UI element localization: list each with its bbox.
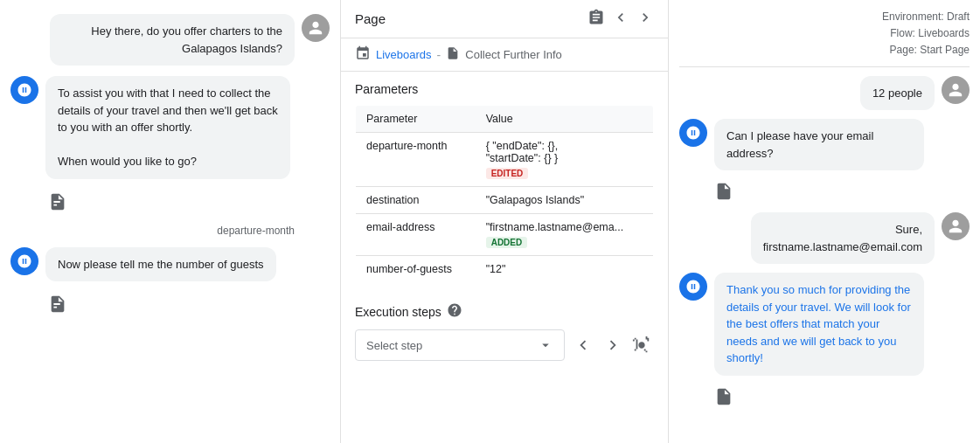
breadcrumb-page-name: Collect Further Info <box>465 48 562 61</box>
flow-icon <box>355 45 371 64</box>
user-bubble-1: Hey there, do you offer charters to the … <box>50 14 295 66</box>
r-file-icon-1 <box>714 179 739 204</box>
step-prev-button[interactable] <box>570 332 596 358</box>
param-name-destination: destination <box>356 187 476 214</box>
badge-added: ADDED <box>486 237 528 248</box>
r-file-icon-2 <box>714 384 739 409</box>
execution-section: Execution steps Select step <box>341 294 668 370</box>
file-attachment-icon-1 <box>45 190 70 214</box>
env-line1: Environment: Draft <box>679 9 970 25</box>
table-row: email-address "firstname.lastname@ema...… <box>356 214 654 256</box>
focus-target-icon[interactable] <box>629 333 654 357</box>
step-nav <box>570 332 654 358</box>
file-attachment-icon-2 <box>45 292 70 316</box>
env-line3: Page: Start Page <box>679 42 970 59</box>
col-header-value: Value <box>476 106 654 133</box>
chat-row-user-1: Hey there, do you offer charters to the … <box>10 14 330 66</box>
middle-panel: Page Liveboards - Collect Further Info P… <box>341 0 669 443</box>
chevron-right-nav-icon[interactable] <box>636 9 654 29</box>
param-value-departure: { "endDate": {},"startDate": {} } EDITED <box>476 133 654 187</box>
breadcrumb: Liveboards - Collect Further Info <box>341 38 668 72</box>
badge-edited: EDITED <box>486 168 529 179</box>
param-name-email: email-address <box>356 214 476 256</box>
page-header: Page <box>341 0 668 38</box>
chevron-left-nav-icon[interactable] <box>612 9 629 29</box>
env-info: Environment: Draft Flow: Liveboards Page… <box>679 9 970 67</box>
bot-avatar-2 <box>10 247 38 275</box>
r-user-bubble-1: 12 people <box>860 76 935 111</box>
params-table: Parameter Value departure-month { "endDa… <box>355 105 654 283</box>
r-chat-row-bot-2: Thank you so much for providing the deta… <box>679 273 970 376</box>
bot-bubble-2: Now please tell me the number of guests <box>45 247 276 282</box>
bot-avatar-1 <box>10 76 38 104</box>
params-title: Parameters <box>355 82 654 96</box>
r-user-avatar-2 <box>942 212 970 240</box>
param-value-guests: "12" <box>476 256 654 283</box>
r-chat-row-user-2: Sure, firstname.lastname@email.com <box>679 212 970 264</box>
r-user-bubble-2: Sure, firstname.lastname@email.com <box>751 212 935 264</box>
header-icons <box>587 9 654 29</box>
table-row: destination "Galapagos Islands" <box>356 187 654 214</box>
date-label: departure-month <box>10 225 330 237</box>
file-icon-row-2 <box>10 292 330 316</box>
step-next-button[interactable] <box>600 332 626 358</box>
param-value-email: "firstname.lastname@ema... ADDED <box>476 214 654 256</box>
table-row: number-of-guests "12" <box>356 256 654 283</box>
chat-row-bot-1: To assist you with that I need to collec… <box>10 76 330 179</box>
file-icon-row-1 <box>10 190 330 214</box>
r-bot-bubble-2: Thank you so much for providing the deta… <box>714 273 924 376</box>
r-bot-bubble-1: Can I please have your email address? <box>714 119 924 170</box>
param-name-departure: departure-month <box>356 133 476 187</box>
breadcrumb-separator: - <box>437 48 441 62</box>
clipboard-icon[interactable] <box>587 9 605 29</box>
step-select-dropdown[interactable]: Select step <box>355 329 565 361</box>
page-title: Page <box>355 11 386 26</box>
right-chat-panel: Environment: Draft Flow: Liveboards Page… <box>669 0 980 443</box>
r-user-avatar-1 <box>942 76 970 104</box>
breadcrumb-file-icon <box>446 46 460 63</box>
param-value-destination: "Galapagos Islands" <box>476 187 654 214</box>
help-icon[interactable] <box>447 302 462 321</box>
execution-label: Execution steps <box>355 305 441 319</box>
breadcrumb-flow-name[interactable]: Liveboards <box>376 48 432 61</box>
user-avatar-1 <box>302 14 330 42</box>
execution-title: Execution steps <box>355 302 654 321</box>
r-bot-avatar-2 <box>679 273 707 301</box>
env-line2: Flow: Liveboards <box>679 25 970 42</box>
step-placeholder: Select step <box>366 339 422 352</box>
bot-bubble-1: To assist you with that I need to collec… <box>45 76 290 179</box>
param-name-guests: number-of-guests <box>356 256 476 283</box>
table-row: departure-month { "endDate": {},"startDa… <box>356 133 654 187</box>
params-section: Parameters Parameter Value departure-mon… <box>341 72 668 294</box>
r-bot-avatar-1 <box>679 119 707 147</box>
col-header-parameter: Parameter <box>356 106 476 133</box>
step-select-row: Select step <box>355 329 654 361</box>
r-chat-row-user-1: 12 people <box>679 76 970 111</box>
r-chat-row-bot-1: Can I please have your email address? <box>679 119 970 170</box>
chat-row-bot-2: Now please tell me the number of guests <box>10 247 330 282</box>
left-chat-panel: Hey there, do you offer charters to the … <box>0 0 341 443</box>
